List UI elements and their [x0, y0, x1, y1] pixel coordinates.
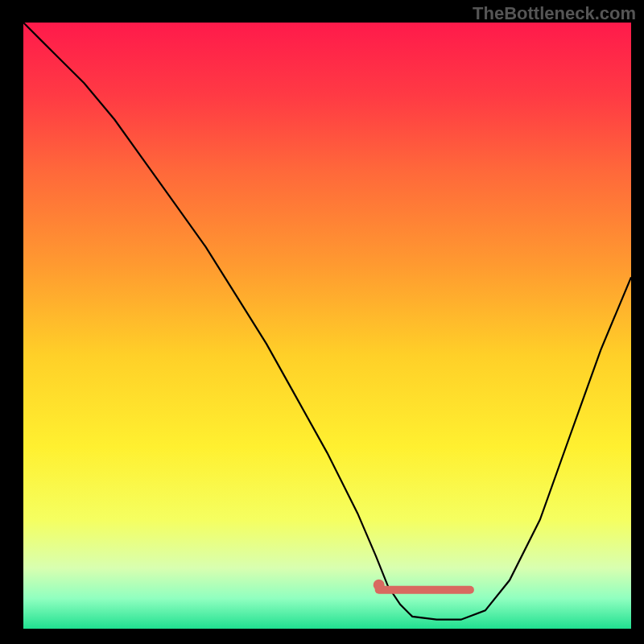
watermark-text: TheBottleneck.com: [473, 3, 636, 24]
chart-container: TheBottleneck.com: [0, 0, 644, 644]
chart-svg: [23, 23, 631, 629]
optimal-point-dot: [374, 580, 385, 591]
plot-area: [23, 23, 631, 629]
gradient-background: [23, 23, 631, 629]
